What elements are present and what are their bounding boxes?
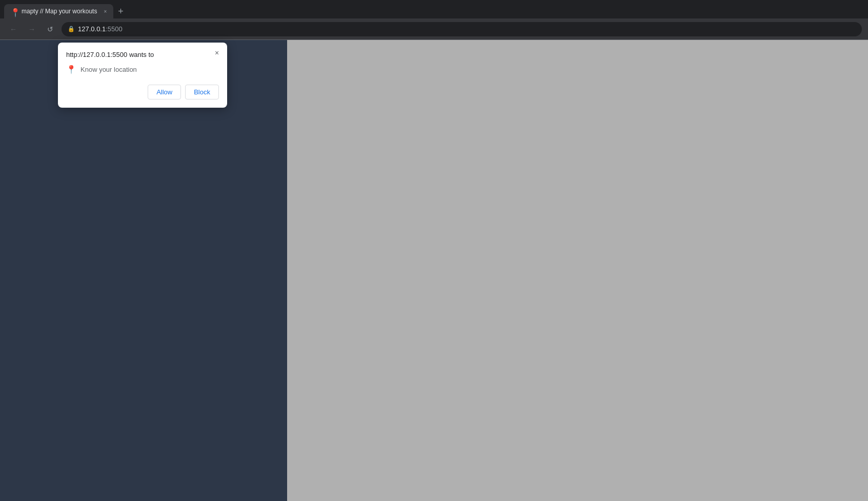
location-icon: 📍 xyxy=(66,65,76,74)
tab-title: mapty // Map your workouts xyxy=(22,8,97,15)
address-port: :5500 xyxy=(106,25,123,33)
browser-toolbar: ← → ↺ 🔒 127.0.0.1:5500 xyxy=(0,18,868,40)
browser-title-bar: 📍 mapty // Map your workouts × + xyxy=(0,0,868,18)
back-button[interactable]: ← xyxy=(6,22,21,36)
page-content: × http://127.0.0.1:5500 wants to 📍 Know … xyxy=(0,40,868,501)
popup-buttons: Allow Block xyxy=(66,85,219,99)
forward-button[interactable]: → xyxy=(25,22,39,36)
block-button[interactable]: Block xyxy=(185,85,219,99)
permission-text: Know your location xyxy=(80,66,137,73)
map-panel xyxy=(287,40,868,501)
popup-title: http://127.0.0.1:5500 wants to xyxy=(66,51,219,58)
address-bar[interactable]: 🔒 127.0.0.1:5500 xyxy=(62,22,862,36)
address-text: 127.0.0.1:5500 xyxy=(78,25,123,33)
tab-strip: 📍 mapty // Map your workouts × + xyxy=(4,0,864,18)
new-tab-button[interactable]: + xyxy=(113,4,128,18)
tab-close-button[interactable]: × xyxy=(101,7,109,15)
allow-button[interactable]: Allow xyxy=(148,85,181,99)
sidebar-panel xyxy=(0,40,287,501)
active-tab[interactable]: 📍 mapty // Map your workouts × xyxy=(4,4,113,18)
security-icon: 🔒 xyxy=(68,26,75,32)
popup-close-button[interactable]: × xyxy=(212,48,222,58)
address-host: 127.0.0.1 xyxy=(78,25,106,33)
tab-favicon-icon: 📍 xyxy=(10,8,17,15)
permission-row: 📍 Know your location xyxy=(66,65,219,74)
permission-popup: × http://127.0.0.1:5500 wants to 📍 Know … xyxy=(58,43,227,108)
reload-button[interactable]: ↺ xyxy=(43,22,57,36)
